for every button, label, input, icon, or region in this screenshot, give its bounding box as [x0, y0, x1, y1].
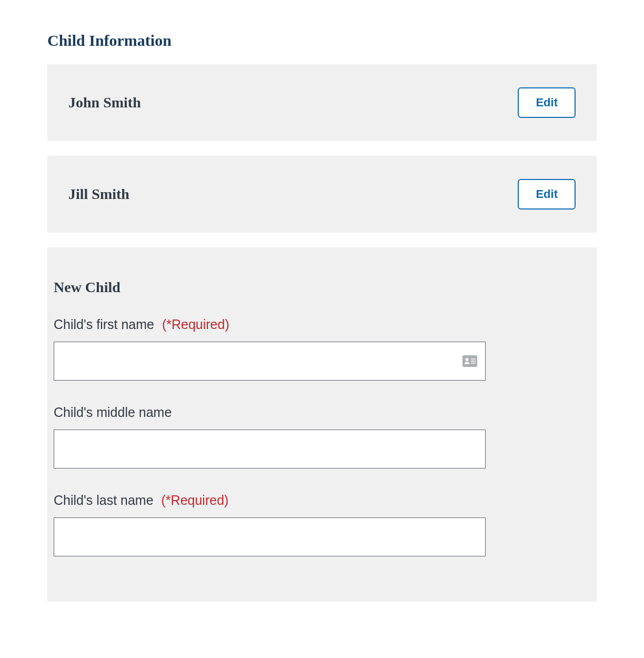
section-title: Child Information	[47, 32, 597, 49]
form-title: New Child	[54, 279, 576, 296]
input-wrapper	[54, 517, 486, 556]
middle-name-label: Child's middle name	[54, 405, 576, 420]
last-name-label: Child's last name (*Required)	[54, 493, 576, 508]
child-card: John Smith Edit	[47, 64, 597, 141]
input-wrapper	[54, 430, 486, 468]
middle-name-field: Child's middle name	[54, 405, 576, 468]
required-tag: (*Required)	[162, 317, 229, 332]
required-tag: (*Required)	[162, 493, 229, 507]
label-text: Child's last name	[54, 493, 154, 507]
new-child-form: New Child Child's first name (*Required)	[47, 247, 597, 602]
first-name-field: Child's first name (*Required)	[54, 317, 576, 381]
last-name-field: Child's last name (*Required)	[54, 493, 576, 556]
last-name-input[interactable]	[54, 517, 486, 556]
edit-button[interactable]: Edit	[518, 87, 576, 118]
label-text: Child's middle name	[54, 405, 172, 420]
edit-button[interactable]: Edit	[518, 179, 576, 210]
child-name: Jill Smith	[68, 186, 129, 203]
input-wrapper	[54, 342, 486, 381]
child-name: John Smith	[68, 94, 141, 111]
child-card: Jill Smith Edit	[47, 156, 597, 233]
middle-name-input[interactable]	[54, 430, 486, 468]
first-name-label: Child's first name (*Required)	[54, 317, 576, 332]
label-text: Child's first name	[54, 317, 154, 332]
first-name-input[interactable]	[54, 342, 486, 381]
